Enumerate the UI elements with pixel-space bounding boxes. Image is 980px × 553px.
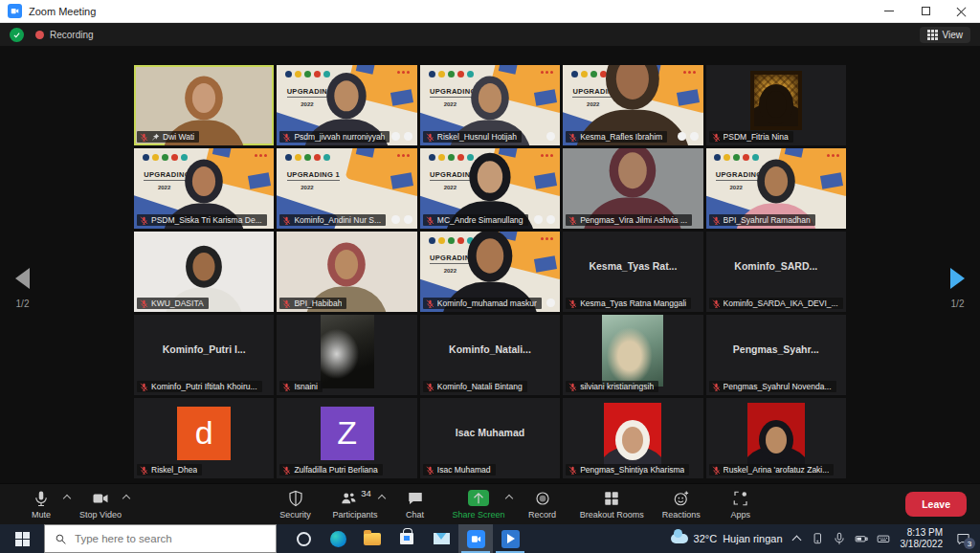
- zoom-taskbar-button[interactable]: [458, 524, 493, 553]
- reaction-dots: [546, 299, 555, 307]
- search-input[interactable]: [75, 533, 247, 544]
- muted-mic-icon: [282, 216, 291, 225]
- mail-icon: [434, 533, 450, 544]
- participant-tile[interactable]: Kesma_Tyas Rat...Kesma_Tyas Ratna Mangga…: [563, 232, 702, 312]
- battery-tray-icon[interactable]: [855, 532, 868, 545]
- notification-center-button[interactable]: 3: [953, 530, 972, 547]
- share-options-chevron-icon[interactable]: [504, 495, 512, 502]
- taskbar-clock[interactable]: 8:13 PM 3/18/2022: [901, 527, 944, 551]
- participant-tile[interactable]: silviani kristianingsih: [563, 315, 702, 395]
- participant-tile[interactable]: UPGRADING 12022Riskel_Husnul Hotijah: [420, 65, 560, 145]
- view-button[interactable]: View: [920, 27, 971, 43]
- muted-mic-icon: [140, 383, 148, 391]
- participant-tile[interactable]: Kominfo_Putri I...Kominfo_Putri Iftitah …: [134, 315, 274, 395]
- participant-tile[interactable]: Isac MuhamadIsac Muhamad: [420, 398, 560, 478]
- participant-tile[interactable]: UPGRADING 12022PSDM_Siska Tri Karisma De…: [134, 148, 274, 229]
- video-options-chevron-icon[interactable]: [122, 495, 130, 502]
- muted-mic-icon: [712, 466, 721, 475]
- muted-mic-icon: [140, 299, 148, 308]
- breakout-rooms-button[interactable]: Breakout Rooms: [572, 484, 652, 524]
- participant-tile[interactable]: Pengmas_Vira Jilmi Ashvia ...: [563, 148, 702, 229]
- record-button[interactable]: Record: [513, 484, 572, 524]
- participants-button[interactable]: 34 Participants: [325, 484, 386, 524]
- silhouette-photo: [750, 71, 802, 130]
- tray-expand-chevron-icon[interactable]: [791, 536, 801, 545]
- microphone-tray-icon[interactable]: [833, 532, 846, 545]
- cortana-button[interactable]: [286, 524, 321, 553]
- mail-button[interactable]: [424, 524, 458, 553]
- minimize-button[interactable]: [871, 0, 907, 22]
- participant-tile[interactable]: UPGRADING 12022Kominfo_muhamad maskur: [420, 232, 560, 312]
- banner-title: UPGRADING 1: [287, 170, 340, 181]
- participant-tile[interactable]: PSDM_Fitria Nina: [706, 65, 846, 145]
- muted-mic-icon: [426, 216, 434, 225]
- participant-tile[interactable]: UPGRADING 12022Kominfo_Andini Nur S...: [277, 148, 416, 229]
- participant-display-name: Isac Muhamad: [424, 427, 556, 438]
- muted-mic-icon: [282, 466, 291, 475]
- participant-tile[interactable]: dRiskel_Dhea: [134, 398, 274, 478]
- participant-tile[interactable]: KWU_DASITA: [134, 232, 274, 312]
- mute-button[interactable]: Mute: [11, 484, 71, 524]
- participant-tile[interactable]: Kominfo_SARD...Kominfo_SARDA_IKA_DEVI_..…: [706, 232, 846, 312]
- participant-name-label: Kominfo_Putri Iftitah Khoiru...: [137, 381, 262, 392]
- participant-tile[interactable]: Pengmas_Shintiya Kharisma: [563, 398, 702, 478]
- participant-tile[interactable]: Dwi Wati: [134, 65, 274, 145]
- meeting-info-shield-icon[interactable]: [10, 28, 24, 42]
- close-button[interactable]: [944, 0, 980, 22]
- participant-tile[interactable]: Isnaini: [277, 315, 416, 395]
- apps-button[interactable]: Apps: [711, 484, 770, 524]
- start-button[interactable]: [0, 524, 44, 553]
- rocks-photo: [321, 315, 374, 388]
- participant-tile[interactable]: Pengmas_Syahr...Pengmas_Syahrul Novenda.…: [706, 315, 846, 395]
- movies-app-button[interactable]: [493, 524, 527, 553]
- participant-name-label: PSDM_Siska Tri Karisma De...: [137, 214, 267, 226]
- participant-tile[interactable]: Ruskel_Arina 'arofatuz Zaki...: [706, 398, 846, 478]
- zoom-taskbar-icon: [467, 530, 485, 548]
- stop-video-button[interactable]: Stop Video: [71, 484, 130, 524]
- file-explorer-button[interactable]: [355, 524, 390, 553]
- next-page-arrow[interactable]: [950, 268, 965, 289]
- keyboard-tray-icon[interactable]: [877, 532, 890, 545]
- maximize-button[interactable]: [907, 0, 944, 22]
- muted-mic-icon: [426, 299, 434, 308]
- phone-tray-icon[interactable]: [811, 532, 824, 545]
- store-icon: [400, 533, 413, 544]
- view-label: View: [943, 30, 964, 40]
- mute-options-chevron-icon[interactable]: [63, 495, 71, 502]
- participant-name-label: Pengmas_Syahrul Novenda...: [709, 381, 836, 392]
- participant-name-label: Zulfadilla Putri Berliana: [279, 464, 382, 476]
- reactions-button[interactable]: Reactions: [652, 484, 711, 524]
- security-button[interactable]: Security: [266, 484, 325, 524]
- participant-tile[interactable]: BPI_Habibah: [277, 232, 416, 312]
- share-screen-button[interactable]: Share Screen: [445, 484, 513, 524]
- participant-name: Pengmas_Vira Jilmi Ashvia ...: [580, 215, 687, 225]
- participant-tile[interactable]: UPGRADING 12022BPI_Syahrul Ramadhan: [706, 148, 846, 229]
- weather-description: Hujan ringan: [723, 533, 782, 544]
- previous-page-arrow[interactable]: [15, 268, 30, 289]
- muted-mic-icon: [426, 466, 434, 475]
- participant-tile[interactable]: ZZulfadilla Putri Berliana: [277, 398, 416, 478]
- chat-button[interactable]: Chat: [386, 484, 445, 524]
- taskbar-search[interactable]: [44, 524, 277, 553]
- chat-bubble-icon: [407, 490, 424, 507]
- edge-button[interactable]: [321, 524, 355, 553]
- participant-display-name: Kominfo_Putri I...: [138, 343, 270, 355]
- participant-tile[interactable]: Kominfo_Natali...Kominfo_Natali Bintang: [420, 315, 560, 395]
- reaction-dots: [391, 132, 412, 141]
- muted-mic-icon: [568, 133, 577, 142]
- cloud-icon: [671, 534, 688, 543]
- participant-name: Riskel_Husnul Hotijah: [437, 132, 517, 142]
- edge-icon: [330, 531, 346, 547]
- leave-button[interactable]: Leave: [905, 492, 967, 517]
- participant-name-label: BPI_Syahrul Ramadhan: [709, 214, 815, 226]
- recording-dot-icon: [35, 31, 44, 39]
- muted-mic-icon: [712, 299, 721, 308]
- participant-tile[interactable]: UPGRADING 12022MC_Andre Simanullang: [420, 148, 560, 229]
- participant-tile[interactable]: UPGRADING 12022Psdm_jivvah nurroniyyah: [277, 65, 416, 145]
- participant-name-label: PSDM_Fitria Nina: [709, 131, 793, 143]
- store-button[interactable]: [390, 524, 424, 553]
- participants-chevron-icon[interactable]: [377, 495, 385, 502]
- participant-tile[interactable]: UPGRADING 12022Kesma_Rafles Ibrahim: [563, 65, 702, 145]
- weather-widget[interactable]: 32°C Hujan ringan: [671, 533, 783, 544]
- muted-mic-icon: [568, 466, 577, 475]
